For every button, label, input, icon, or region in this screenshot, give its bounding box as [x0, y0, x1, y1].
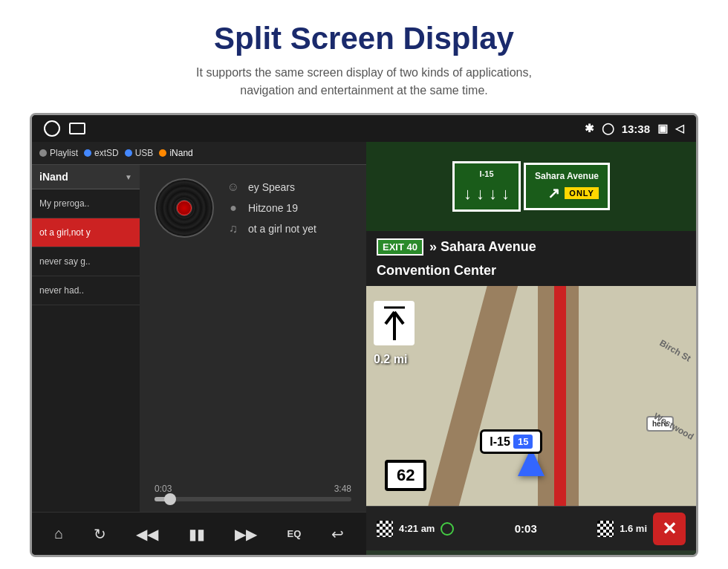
location-icon: ◯ [602, 122, 614, 135]
back-icon: ◁ [675, 122, 684, 135]
eta-time: 4:21 am [399, 523, 435, 534]
page-header: Split Screen Display It supports the sam… [0, 0, 728, 113]
eq-button[interactable]: EQ [282, 524, 308, 544]
inand-label: iNand [39, 171, 68, 183]
artist-row: ☺ ey Spears [226, 181, 316, 194]
highway-sign-right: Sahara Avenue ↗ ONLY [524, 163, 610, 210]
highway-text: I-15 [490, 435, 510, 449]
nav-bottom-bar: 4:21 am 0:03 1.6 mi ✕ [366, 506, 696, 550]
checkered-flag-icon-2 [597, 521, 614, 537]
artist-name: ey Spears [248, 181, 295, 193]
radio-dot-extsd [84, 149, 91, 157]
source-tab-playlist[interactable]: Playlist [39, 148, 78, 158]
back-button[interactable]: ↩ [325, 521, 350, 547]
status-left [44, 120, 85, 137]
disc-icon: ● [226, 201, 241, 215]
remaining-distance: 1.6 mi [620, 523, 647, 534]
radio-dot-playlist [39, 149, 47, 157]
distance-text: 0.2 mi [374, 353, 407, 365]
circle-icon [44, 120, 60, 137]
chevron-down-icon: ▼ [125, 173, 132, 181]
navigation-panel: I-15 ↓ ↓ ↓ ↓ Sahara Avenue ↗ ONLY [366, 142, 696, 555]
radio-dot-inand [159, 149, 166, 157]
device-frame: ✱ ◯ 13:38 ▣ ◁ Playlist extSD [30, 113, 698, 557]
music-note-icon: ♫ [226, 222, 241, 235]
radio-dot-usb [125, 149, 132, 157]
window-icon: ▣ [657, 122, 668, 135]
exit-second-line: Convention Center [366, 263, 696, 286]
pause-button[interactable]: ▮▮ [183, 521, 211, 547]
repeat-button[interactable]: ↻ [88, 521, 112, 547]
page-subtitle: It supports the same screen display of t… [15, 64, 713, 100]
status-time: 13:38 [622, 123, 650, 135]
playlist-item-2[interactable]: ot a girl,not y [32, 218, 140, 247]
highway-sign-left: I-15 ↓ ↓ ↓ ↓ [452, 161, 521, 212]
nav-distance-area: 1.6 mi ✕ [597, 513, 686, 545]
music-body: iNand ▼ My preroga.. ot a girl,not y nev… [32, 165, 366, 512]
progress-thumb[interactable] [164, 493, 176, 505]
sahara-avenue-label: Sahara Avenue [535, 171, 599, 181]
vinyl-record-area: ☺ ey Spears ● Hitzone 19 ♫ ot a girl not… [155, 178, 359, 238]
source-tabs: Playlist extSD USB iNand [32, 142, 366, 165]
title-row: ♫ ot a girl not yet [226, 222, 316, 235]
now-playing: ☺ ey Spears ● Hitzone 19 ♫ ot a girl not… [140, 165, 366, 512]
exit-destination: » Sahara Avenue [429, 239, 536, 255]
clock-icon [441, 522, 454, 536]
only-badge: ONLY [565, 187, 599, 199]
source-tab-inand[interactable]: iNand [159, 148, 192, 158]
status-bar: ✱ ◯ 13:38 ▣ ◁ [32, 115, 696, 142]
music-panel: Playlist extSD USB iNand [32, 142, 366, 555]
road-red-route [554, 286, 566, 506]
track-title: ot a girl not yet [248, 223, 316, 235]
album-name: Hitzone 19 [248, 202, 298, 214]
status-right: ✱ ◯ 13:38 ▣ ◁ [585, 122, 684, 135]
highway-signs: I-15 ↓ ↓ ↓ ↓ Sahara Avenue ↗ ONLY [366, 142, 696, 231]
speed-badge: 62 [385, 460, 426, 491]
image-icon [69, 123, 85, 134]
checkered-flag-icon [377, 521, 393, 537]
source-tab-usb[interactable]: USB [125, 148, 154, 158]
nav-close-button[interactable]: ✕ [653, 513, 686, 545]
playlist-sidebar: iNand ▼ My preroga.. ot a girl,not y nev… [32, 165, 140, 512]
home-button[interactable]: ⌂ [48, 521, 69, 547]
record-center [177, 201, 192, 215]
speed-number: 62 [397, 466, 415, 484]
bluetooth-icon: ✱ [585, 122, 594, 135]
page-wrapper: Split Screen Display It supports the sam… [0, 0, 728, 557]
vinyl-record [155, 178, 214, 238]
album-row: ● Hitzone 19 [226, 201, 316, 215]
split-container: Playlist extSD USB iNand [32, 142, 696, 555]
current-time: 0:03 [155, 484, 172, 494]
maneuver-icon [374, 301, 415, 345]
playlist-item-1[interactable]: My preroga.. [32, 189, 140, 218]
controls-bar: ⌂ ↻ ◀◀ ▮▮ ▶▶ EQ ↩ [32, 512, 366, 555]
progress-area: 0:03 3:48 [147, 481, 359, 504]
exit-badge: EXIT 40 [377, 238, 423, 256]
track-details: ☺ ey Spears ● Hitzone 19 ♫ ot a girl not… [226, 181, 316, 235]
next-button[interactable]: ▶▶ [229, 521, 263, 547]
inand-selector[interactable]: iNand ▼ [32, 165, 140, 189]
prev-button[interactable]: ◀◀ [130, 521, 164, 547]
distance-label: 0.2 mi [374, 353, 407, 366]
highway-shield: 15 [513, 435, 533, 449]
exit-arrow: ↗ [547, 184, 560, 202]
page-title: Split Screen Display [15, 21, 713, 56]
elapsed-time: 0:03 [515, 522, 537, 535]
highway-route: I-15 [480, 169, 494, 178]
progress-bar[interactable] [155, 497, 351, 501]
playlist-item-3[interactable]: never say g.. [32, 247, 140, 276]
exit-info-bar: EXIT 40 » Sahara Avenue [366, 231, 696, 263]
map-visual: I-15 15 SPEEDLIMIT 62 [366, 286, 696, 506]
playlist-item-4[interactable]: never had.. [32, 276, 140, 305]
person-icon: ☺ [226, 181, 241, 194]
highway-label: I-15 15 [480, 429, 542, 454]
nav-eta-area: 4:21 am [377, 521, 454, 537]
direction-arrows: ↓ ↓ ↓ ↓ [464, 184, 510, 204]
total-time: 3:48 [334, 484, 351, 494]
nav-elapsed-time: 0:03 [515, 522, 537, 535]
time-row: 0:03 3:48 [155, 484, 351, 494]
source-tab-extsd[interactable]: extSD [84, 148, 119, 158]
maneuver-svg [378, 305, 411, 342]
